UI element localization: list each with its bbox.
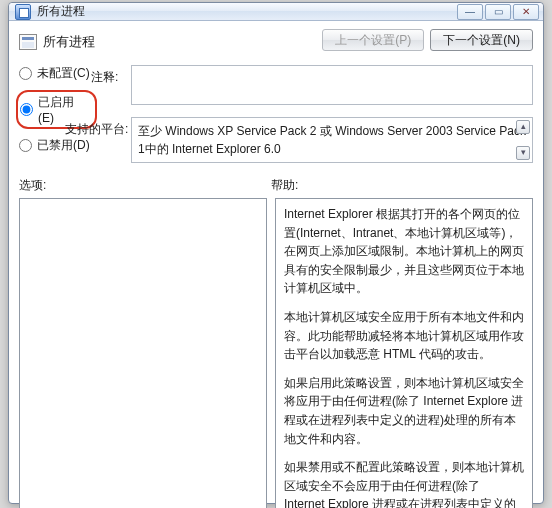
radio-enabled-input[interactable] bbox=[20, 103, 33, 116]
platform-label: 支持的平台: bbox=[65, 117, 131, 163]
prev-setting-button[interactable]: 上一个设置(P) bbox=[322, 29, 424, 51]
radio-unconfigured-input[interactable] bbox=[19, 67, 32, 80]
help-para-0: Internet Explorer 根据其打开的各个网页的位置(Internet… bbox=[284, 205, 524, 298]
options-pane[interactable] bbox=[19, 198, 267, 508]
nav-buttons: 上一个设置(P) 下一个设置(N) bbox=[322, 29, 533, 51]
window-controls: — ▭ ✕ bbox=[457, 4, 539, 20]
note-textarea[interactable] bbox=[131, 65, 533, 105]
window-title: 所有进程 bbox=[37, 3, 457, 20]
dialog-window: 所有进程 — ▭ ✕ 所有进程 上一个设置(P) 下一个设置(N) 未 bbox=[8, 2, 544, 504]
app-icon bbox=[15, 4, 31, 20]
help-para-1: 本地计算机区域安全应用于所有本地文件和内容。此功能帮助减轻将本地计算机区域用作攻… bbox=[284, 308, 524, 364]
minimize-button[interactable]: — bbox=[457, 4, 483, 20]
page-heading: 所有进程 bbox=[19, 29, 95, 51]
radio-unconfigured[interactable]: 未配置(C) bbox=[19, 65, 97, 82]
platform-text: 至少 Windows XP Service Pack 2 或 Windows S… bbox=[138, 124, 526, 156]
maximize-button[interactable]: ▭ bbox=[485, 4, 511, 20]
titlebar[interactable]: 所有进程 — ▭ ✕ bbox=[9, 3, 543, 21]
note-label: 注释: bbox=[91, 65, 131, 105]
panes-row: Internet Explorer 根据其打开的各个网页的位置(Internet… bbox=[19, 198, 533, 508]
help-para-2: 如果启用此策略设置，则本地计算机区域安全将应用于由任何进程(除了 Interne… bbox=[284, 374, 524, 448]
help-label: 帮助: bbox=[271, 177, 298, 194]
help-para-3: 如果禁用或不配置此策略设置，则本地计算机区域安全不会应用于由任何进程(除了 In… bbox=[284, 458, 524, 508]
next-setting-button[interactable]: 下一个设置(N) bbox=[430, 29, 533, 51]
policy-icon bbox=[19, 34, 37, 50]
platform-box: 至少 Windows XP Service Pack 2 或 Windows S… bbox=[131, 117, 533, 163]
content-area: 所有进程 上一个设置(P) 下一个设置(N) 未配置(C) 已启用(E) bbox=[9, 21, 543, 508]
pane-labels: 选项: 帮助: bbox=[19, 177, 533, 194]
platform-scrollbar[interactable]: ▴ ▾ bbox=[516, 120, 530, 160]
radio-disabled-input[interactable] bbox=[19, 139, 32, 152]
heading-text: 所有进程 bbox=[43, 33, 95, 51]
radio-unconfigured-label: 未配置(C) bbox=[37, 65, 90, 82]
scroll-up-icon[interactable]: ▴ bbox=[516, 120, 530, 134]
header-row: 所有进程 上一个设置(P) 下一个设置(N) bbox=[19, 29, 533, 51]
help-pane[interactable]: Internet Explorer 根据其打开的各个网页的位置(Internet… bbox=[275, 198, 533, 508]
close-button[interactable]: ✕ bbox=[513, 4, 539, 20]
options-label: 选项: bbox=[19, 177, 271, 194]
scroll-down-icon[interactable]: ▾ bbox=[516, 146, 530, 160]
